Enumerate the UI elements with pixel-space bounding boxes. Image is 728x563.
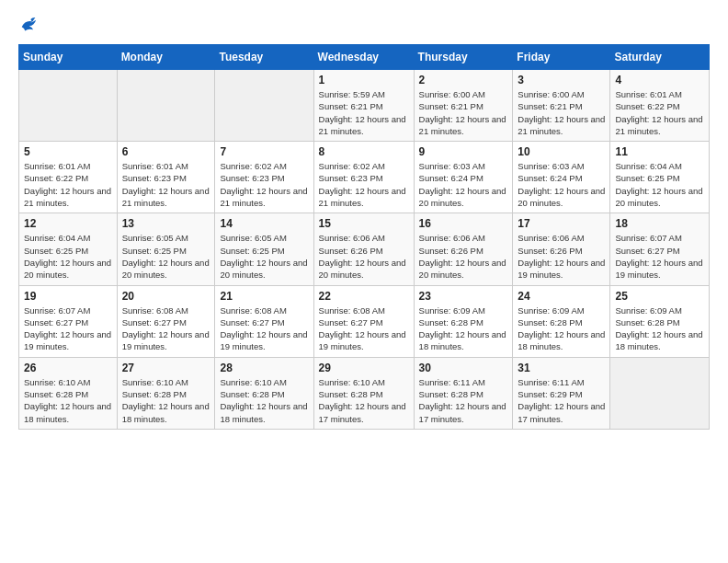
calendar-cell: [610, 357, 710, 429]
day-number: 14: [220, 217, 308, 230]
col-monday: Monday: [117, 45, 215, 70]
calendar-cell: 8Sunrise: 6:02 AM Sunset: 6:23 PM Daylig…: [313, 142, 414, 213]
day-info: Sunrise: 6:09 AM Sunset: 6:28 PM Dayligh…: [419, 304, 508, 353]
calendar-cell: 24Sunrise: 6:09 AM Sunset: 6:28 PM Dayli…: [513, 285, 610, 357]
calendar-cell: 29Sunrise: 6:10 AM Sunset: 6:28 PM Dayli…: [313, 357, 414, 429]
day-info: Sunrise: 6:10 AM Sunset: 6:28 PM Dayligh…: [24, 376, 112, 425]
calendar-cell: 21Sunrise: 6:08 AM Sunset: 6:27 PM Dayli…: [215, 285, 313, 357]
calendar-cell: 3Sunrise: 6:00 AM Sunset: 6:21 PM Daylig…: [513, 70, 610, 142]
calendar-cell: 17Sunrise: 6:06 AM Sunset: 6:26 PM Dayli…: [513, 213, 610, 285]
day-info: Sunrise: 6:00 AM Sunset: 6:21 PM Dayligh…: [518, 88, 605, 137]
calendar-cell: 12Sunrise: 6:04 AM Sunset: 6:25 PM Dayli…: [19, 213, 118, 285]
col-thursday: Thursday: [414, 45, 513, 70]
day-info: Sunrise: 6:03 AM Sunset: 6:24 PM Dayligh…: [518, 160, 605, 209]
day-number: 20: [122, 290, 210, 303]
logo-bird-icon: [18, 15, 39, 35]
header: [18, 15, 710, 35]
day-number: 6: [122, 145, 210, 158]
col-wednesday: Wednesday: [313, 45, 414, 70]
day-number: 18: [615, 217, 704, 230]
calendar-cell: [117, 70, 215, 142]
day-number: 16: [419, 217, 508, 230]
calendar-week-row: 19Sunrise: 6:07 AM Sunset: 6:27 PM Dayli…: [19, 285, 710, 357]
calendar-cell: 20Sunrise: 6:08 AM Sunset: 6:27 PM Dayli…: [117, 285, 215, 357]
calendar-cell: 14Sunrise: 6:05 AM Sunset: 6:25 PM Dayli…: [215, 213, 313, 285]
calendar-cell: [19, 70, 118, 142]
calendar-week-row: 5Sunrise: 6:01 AM Sunset: 6:22 PM Daylig…: [19, 142, 710, 213]
day-number: 22: [319, 290, 409, 303]
day-number: 17: [518, 217, 605, 230]
day-number: 1: [319, 74, 409, 86]
day-info: Sunrise: 6:01 AM Sunset: 6:22 PM Dayligh…: [24, 160, 112, 209]
calendar-cell: 9Sunrise: 6:03 AM Sunset: 6:24 PM Daylig…: [414, 142, 513, 213]
day-number: 4: [615, 74, 704, 86]
col-saturday: Saturday: [610, 45, 710, 70]
calendar-cell: 30Sunrise: 6:11 AM Sunset: 6:28 PM Dayli…: [414, 357, 513, 429]
day-number: 21: [220, 290, 308, 303]
calendar-cell: 28Sunrise: 6:10 AM Sunset: 6:28 PM Dayli…: [215, 357, 313, 429]
calendar-cell: 31Sunrise: 6:11 AM Sunset: 6:29 PM Dayli…: [513, 357, 610, 429]
day-number: 27: [122, 362, 210, 374]
calendar-cell: 10Sunrise: 6:03 AM Sunset: 6:24 PM Dayli…: [513, 142, 610, 213]
day-number: 19: [24, 290, 112, 303]
day-info: Sunrise: 6:02 AM Sunset: 6:23 PM Dayligh…: [319, 160, 409, 209]
calendar-cell: [215, 70, 313, 142]
day-info: Sunrise: 6:05 AM Sunset: 6:25 PM Dayligh…: [122, 232, 210, 281]
day-info: Sunrise: 6:06 AM Sunset: 6:26 PM Dayligh…: [419, 232, 508, 281]
day-info: Sunrise: 5:59 AM Sunset: 6:21 PM Dayligh…: [319, 88, 409, 137]
day-info: Sunrise: 6:10 AM Sunset: 6:28 PM Dayligh…: [319, 376, 409, 425]
day-number: 13: [122, 217, 210, 230]
calendar-cell: 27Sunrise: 6:10 AM Sunset: 6:28 PM Dayli…: [117, 357, 215, 429]
day-info: Sunrise: 6:11 AM Sunset: 6:29 PM Dayligh…: [518, 376, 605, 425]
day-info: Sunrise: 6:08 AM Sunset: 6:27 PM Dayligh…: [319, 304, 409, 353]
day-info: Sunrise: 6:06 AM Sunset: 6:26 PM Dayligh…: [319, 232, 409, 281]
day-info: Sunrise: 6:03 AM Sunset: 6:24 PM Dayligh…: [419, 160, 508, 209]
logo: [18, 15, 42, 35]
calendar-header: Sunday Monday Tuesday Wednesday Thursday…: [19, 45, 710, 70]
calendar-cell: 11Sunrise: 6:04 AM Sunset: 6:25 PM Dayli…: [610, 142, 710, 213]
day-number: 8: [319, 145, 409, 158]
day-info: Sunrise: 6:00 AM Sunset: 6:21 PM Dayligh…: [419, 88, 508, 137]
day-info: Sunrise: 6:07 AM Sunset: 6:27 PM Dayligh…: [615, 232, 704, 281]
calendar-cell: 5Sunrise: 6:01 AM Sunset: 6:22 PM Daylig…: [19, 142, 118, 213]
day-info: Sunrise: 6:10 AM Sunset: 6:28 PM Dayligh…: [122, 376, 210, 425]
day-number: 12: [24, 217, 112, 230]
col-friday: Friday: [513, 45, 610, 70]
day-info: Sunrise: 6:09 AM Sunset: 6:28 PM Dayligh…: [518, 304, 605, 353]
calendar-cell: 7Sunrise: 6:02 AM Sunset: 6:23 PM Daylig…: [215, 142, 313, 213]
day-info: Sunrise: 6:09 AM Sunset: 6:28 PM Dayligh…: [615, 304, 704, 353]
calendar-cell: 16Sunrise: 6:06 AM Sunset: 6:26 PM Dayli…: [414, 213, 513, 285]
day-number: 30: [419, 362, 508, 374]
calendar-cell: 1Sunrise: 5:59 AM Sunset: 6:21 PM Daylig…: [313, 70, 414, 142]
day-number: 25: [615, 290, 704, 303]
day-info: Sunrise: 6:01 AM Sunset: 6:23 PM Dayligh…: [122, 160, 210, 209]
day-number: 9: [419, 145, 508, 158]
calendar-cell: 19Sunrise: 6:07 AM Sunset: 6:27 PM Dayli…: [19, 285, 118, 357]
calendar-cell: 6Sunrise: 6:01 AM Sunset: 6:23 PM Daylig…: [117, 142, 215, 213]
day-number: 24: [518, 290, 605, 303]
col-tuesday: Tuesday: [215, 45, 313, 70]
calendar-cell: 23Sunrise: 6:09 AM Sunset: 6:28 PM Dayli…: [414, 285, 513, 357]
calendar-cell: 15Sunrise: 6:06 AM Sunset: 6:26 PM Dayli…: [313, 213, 414, 285]
calendar-week-row: 12Sunrise: 6:04 AM Sunset: 6:25 PM Dayli…: [19, 213, 710, 285]
col-sunday: Sunday: [19, 45, 118, 70]
day-info: Sunrise: 6:10 AM Sunset: 6:28 PM Dayligh…: [220, 376, 308, 425]
calendar-cell: 2Sunrise: 6:00 AM Sunset: 6:21 PM Daylig…: [414, 70, 513, 142]
day-number: 29: [319, 362, 409, 374]
day-number: 23: [419, 290, 508, 303]
day-number: 26: [24, 362, 112, 374]
calendar-cell: 22Sunrise: 6:08 AM Sunset: 6:27 PM Dayli…: [313, 285, 414, 357]
day-number: 15: [319, 217, 409, 230]
day-number: 31: [518, 362, 605, 374]
calendar-cell: 4Sunrise: 6:01 AM Sunset: 6:22 PM Daylig…: [610, 70, 710, 142]
day-number: 11: [615, 145, 704, 158]
day-number: 5: [24, 145, 112, 158]
day-info: Sunrise: 6:08 AM Sunset: 6:27 PM Dayligh…: [220, 304, 308, 353]
calendar-week-row: 26Sunrise: 6:10 AM Sunset: 6:28 PM Dayli…: [19, 357, 710, 429]
day-info: Sunrise: 6:06 AM Sunset: 6:26 PM Dayligh…: [518, 232, 605, 281]
page: Sunday Monday Tuesday Wednesday Thursday…: [0, 0, 728, 563]
day-info: Sunrise: 6:04 AM Sunset: 6:25 PM Dayligh…: [615, 160, 704, 209]
calendar-cell: 13Sunrise: 6:05 AM Sunset: 6:25 PM Dayli…: [117, 213, 215, 285]
day-info: Sunrise: 6:01 AM Sunset: 6:22 PM Dayligh…: [615, 88, 704, 137]
day-info: Sunrise: 6:11 AM Sunset: 6:28 PM Dayligh…: [419, 376, 508, 425]
